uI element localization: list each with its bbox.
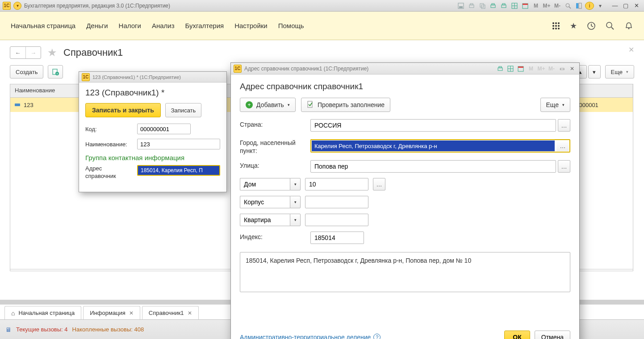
cancel-button[interactable]: Отмена [535, 331, 570, 339]
home-icon: ⌂ [11, 310, 15, 317]
corp-number-field[interactable] [305, 196, 368, 208]
admin-division-link[interactable]: Административно-территориальное деление … [240, 334, 381, 339]
street-picker-button[interactable]: … [558, 160, 570, 173]
tab-reference[interactable]: Справочник1 ✕ [142, 306, 199, 319]
app-logo-icon: 1С [82, 73, 90, 81]
print-icon[interactable] [467, 2, 476, 10]
address-label: Адрессправочник [85, 165, 134, 180]
more-button[interactable]: Еще▾ [605, 65, 634, 79]
ok-button[interactable]: ОК [504, 331, 530, 339]
nav-analysis[interactable]: Анализ [152, 22, 175, 29]
grid-icon[interactable] [510, 2, 519, 10]
tab-info[interactable]: Информация ✕ [83, 306, 140, 319]
status-accumulated: Накопленные вызовы: 408 [72, 326, 144, 333]
chevron-down-icon[interactable]: ▾ [596, 2, 605, 10]
name-label: Наименование: [85, 141, 134, 148]
list-down-button[interactable]: ▾ [588, 65, 601, 79]
svg-point-33 [55, 72, 59, 75]
nav-settings[interactable]: Настройки [234, 22, 268, 29]
create-copy-button[interactable]: + [48, 65, 63, 79]
dialog-close-icon[interactable]: ✕ [568, 65, 577, 73]
svg-rect-40 [518, 66, 523, 71]
print-icon[interactable] [496, 65, 505, 73]
save-and-close-button[interactable]: Записать и закрыть [85, 103, 161, 117]
country-field[interactable] [310, 119, 556, 132]
panes-icon[interactable] [574, 2, 583, 10]
nav-accounting[interactable]: Бухгалтерия [185, 22, 224, 29]
house-type-dropdown[interactable]: ▾ [290, 178, 301, 190]
code-field[interactable] [137, 124, 191, 134]
city-picker-button[interactable]: … [556, 141, 569, 151]
memory-mplus-icon[interactable]: M+ [542, 2, 551, 10]
nav-back-button[interactable]: ← [10, 47, 25, 58]
svg-point-27 [558, 28, 560, 29]
flat-type-dropdown[interactable]: ▾ [290, 214, 301, 226]
calendar-icon[interactable] [521, 2, 530, 10]
svg-rect-36 [499, 66, 502, 68]
history-icon[interactable] [587, 21, 596, 30]
address-field[interactable]: 185014, Карелия Респ, П [137, 165, 220, 176]
country-picker-button[interactable]: … [558, 119, 570, 132]
apps-grid-icon[interactable] [552, 22, 560, 30]
window-close-icon[interactable]: ✕ [631, 2, 641, 10]
nav-forward-button[interactable]: → [25, 47, 41, 58]
window-restore-icon[interactable]: ▭ [557, 65, 566, 73]
dialog-title: Адрес справочник справочник1 (1С:Предпри… [244, 66, 368, 72]
nav-taxes[interactable]: Налоги [119, 22, 141, 29]
tab-close-icon[interactable]: ✕ [188, 310, 192, 316]
corp-type-field[interactable] [240, 196, 290, 208]
country-label: Страна: [240, 119, 306, 128]
address-dialog: 1С Адрес справочник справочник1 (1С:Пред… [230, 62, 580, 339]
printer3-icon[interactable] [499, 2, 508, 10]
house-number-field[interactable] [305, 178, 368, 190]
house-picker-button[interactable]: … [373, 178, 385, 190]
flat-number-field[interactable] [305, 214, 368, 226]
city-field[interactable]: Карелия Респ, Петрозаводск г, Древлянка … [312, 141, 555, 151]
svg-rect-17 [576, 3, 578, 8]
memory-m-icon[interactable]: M [531, 2, 540, 10]
row-marker-icon [15, 103, 20, 106]
flat-type-field[interactable] [240, 214, 290, 226]
tab-home[interactable]: ⌂ Начальная страница [4, 306, 81, 319]
corp-type-dropdown[interactable]: ▾ [290, 196, 301, 208]
dialog-titlebar[interactable]: 1С Адрес справочник справочник1 (1С:Пред… [231, 63, 579, 74]
nav-money[interactable]: Деньги [86, 22, 108, 29]
add-button[interactable]: + Добавить ▾ [240, 98, 296, 112]
help-question-icon[interactable]: ? [373, 334, 381, 339]
nav-help[interactable]: Помощь [278, 22, 304, 29]
street-field[interactable] [310, 160, 556, 173]
dialog-titlebar[interactable]: 1С 123 (Справочник1) * (1С:Предприятие) [79, 72, 226, 83]
svg-rect-37 [508, 66, 513, 71]
save-icon[interactable] [456, 2, 465, 10]
printer2-icon[interactable] [489, 2, 498, 10]
star-icon[interactable]: ★ [570, 21, 577, 31]
calendar-icon[interactable] [516, 65, 525, 73]
zoom-icon[interactable] [564, 2, 573, 10]
page-close-icon[interactable]: ✕ [628, 45, 634, 54]
grid-icon[interactable] [506, 65, 515, 73]
svg-rect-14 [523, 4, 528, 5]
page-title: Справочник1 [63, 47, 123, 58]
check-fill-button[interactable]: Проверить заполнение [301, 98, 390, 112]
save-button[interactable]: Записать [165, 103, 202, 117]
window-maximize-icon[interactable]: ▢ [621, 2, 631, 10]
window-minimize-icon[interactable]: — [610, 2, 620, 10]
more-button[interactable]: Еще▾ [540, 98, 571, 112]
favorite-star-icon[interactable]: ★ [47, 46, 57, 59]
name-field[interactable] [137, 139, 220, 149]
dropdown-arrow-icon[interactable]: ▾ [13, 2, 21, 10]
create-button[interactable]: Создать [10, 65, 43, 79]
code-label: Код: [85, 126, 134, 132]
house-type-field[interactable] [240, 178, 290, 190]
full-address-box[interactable]: 185014, Карелия Респ, Петрозаводск г, Др… [240, 252, 570, 292]
search-icon[interactable] [606, 21, 615, 30]
help-icon[interactable]: i [585, 2, 594, 10]
index-field[interactable] [310, 232, 364, 244]
bell-icon[interactable] [624, 21, 633, 30]
svg-rect-6 [491, 5, 495, 8]
tab-close-icon[interactable]: ✕ [129, 310, 134, 316]
memory-mminus-icon[interactable]: M- [553, 2, 562, 10]
copy-icon[interactable] [478, 2, 487, 10]
svg-point-22 [552, 25, 554, 27]
nav-home[interactable]: Начальная страница [11, 22, 75, 29]
